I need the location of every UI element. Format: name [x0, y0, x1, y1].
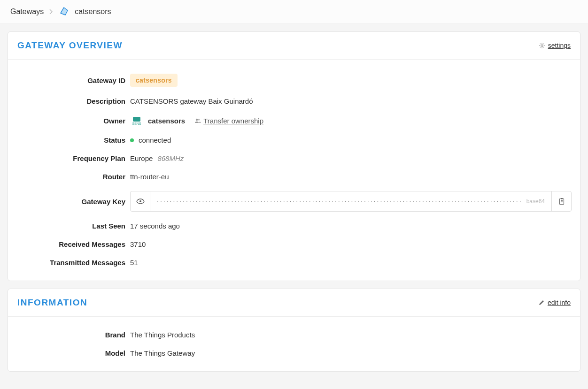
label-received: Received Messages — [17, 240, 130, 248]
copy-key-button[interactable] — [551, 191, 571, 211]
pencil-icon — [538, 299, 545, 306]
status-dot-icon — [130, 138, 134, 142]
label-gateway-id: Gateway ID — [17, 76, 130, 84]
value-last-seen: 17 seconds ago — [130, 222, 180, 230]
value-model: The Things Gateway — [130, 349, 195, 357]
value-description: CATSENSORS gateway Baix Guinardó — [130, 97, 253, 105]
label-description: Description — [17, 97, 130, 105]
svg-point-4 — [198, 119, 200, 121]
value-received: 3710 — [130, 240, 146, 248]
transfer-ownership-link[interactable]: Transfer ownership — [203, 117, 263, 125]
clipboard-icon — [558, 198, 565, 205]
information-header: INFORMATION edit info — [8, 289, 580, 317]
settings-link[interactable]: settings — [548, 42, 571, 49]
label-frequency-plan: Frequency Plan — [17, 154, 130, 162]
settings-action[interactable]: settings — [539, 42, 571, 49]
overview-header: GATEWAY OVERVIEW settings — [8, 32, 580, 60]
edit-info-link[interactable]: edit info — [548, 299, 571, 306]
gateway-id-badge: catsensors — [130, 74, 178, 87]
gateway-icon — [59, 7, 69, 17]
owner-name: catsensors — [148, 117, 185, 125]
value-router: ttn-router-eu — [130, 173, 169, 181]
breadcrumb: Gateways catsensors — [0, 0, 588, 24]
information-title: INFORMATION — [17, 297, 87, 308]
information-body: Brand The Things Products Model The Thin… — [8, 317, 580, 371]
svg-rect-1 — [133, 117, 140, 122]
label-transmitted: Transmitted Messages — [17, 259, 130, 267]
label-status: Status — [17, 136, 130, 144]
value-status: connected — [139, 136, 171, 144]
overview-card: GATEWAY OVERVIEW settings Gateway ID cat… — [8, 31, 580, 281]
value-frequency-mhz: 868MHz — [157, 154, 184, 162]
value-brand: The Things Products — [130, 331, 195, 339]
svg-point-5 — [139, 200, 141, 202]
reveal-key-button[interactable] — [131, 191, 150, 211]
label-brand: Brand — [17, 331, 130, 339]
label-last-seen: Last Seen — [17, 222, 130, 230]
gateway-key-box: ········································… — [130, 191, 572, 212]
owner-avatar: SENS — [130, 115, 143, 126]
gateway-key-masked: ········································… — [157, 198, 523, 205]
overview-body: Gateway ID catsensors Description CATSEN… — [8, 60, 580, 281]
gateway-key-encoding: base64 — [526, 198, 545, 205]
svg-point-3 — [196, 119, 198, 121]
breadcrumb-current: catsensors — [75, 8, 111, 16]
label-model: Model — [17, 349, 130, 357]
label-gateway-key: Gateway Key — [17, 198, 130, 206]
label-router: Router — [17, 173, 130, 181]
chevron-right-icon — [49, 9, 53, 15]
svg-rect-7 — [561, 198, 563, 199]
gear-icon — [539, 42, 545, 49]
information-card: INFORMATION edit info Brand The Things P… — [8, 289, 580, 372]
eye-icon — [136, 198, 145, 204]
edit-info-action[interactable]: edit info — [538, 299, 571, 306]
svg-text:SENS: SENS — [132, 122, 141, 125]
overview-title: GATEWAY OVERVIEW — [17, 40, 123, 51]
value-transmitted: 51 — [130, 259, 138, 267]
breadcrumb-root-link[interactable]: Gateways — [10, 8, 44, 16]
value-frequency-plan: Europe — [130, 154, 153, 162]
users-icon — [194, 118, 201, 123]
svg-point-0 — [541, 45, 543, 46]
label-owner: Owner — [17, 117, 130, 125]
